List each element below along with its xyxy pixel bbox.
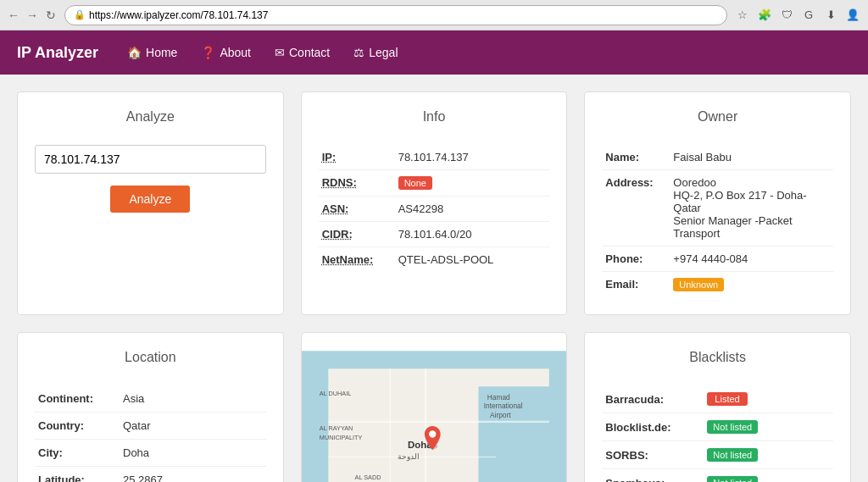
ip-label: IP:: [319, 145, 395, 170]
sorbs-badge: Not listed: [707, 448, 758, 462]
browser-nav-controls[interactable]: ← → ↻: [7, 8, 58, 22]
ip-value: 78.101.74.137: [395, 145, 550, 170]
svg-text:AL SADD: AL SADD: [354, 474, 381, 481]
cidr-label: CIDR:: [319, 222, 395, 247]
home-icon: 🏠: [127, 46, 142, 59]
extensions-icon[interactable]: 🧩: [756, 7, 773, 24]
blacklist-row-blocklist: Blocklist.de: Not listed: [602, 413, 833, 441]
nav-menu: 🏠 Home ❓ About ✉ Contact ⚖ Legal: [115, 39, 409, 66]
name-value: Faisal Babu: [670, 145, 833, 170]
cidr-value: 78.101.64.0/20: [395, 222, 550, 247]
nav-link-home[interactable]: 🏠 Home: [115, 39, 189, 66]
spamhaus-badge: Not listed: [707, 476, 758, 482]
name-label: Name:: [602, 145, 670, 170]
info-title: Info: [319, 109, 550, 131]
info-card: Info IP: 78.101.74.137 RDNS: None ASN: A…: [301, 91, 568, 315]
url-base: https://www.ipalyzer.com/: [89, 9, 203, 21]
nav-label-home: Home: [146, 46, 177, 59]
back-button[interactable]: ←: [7, 8, 20, 22]
blacklist-row-sorbs: SORBS: Not listed: [602, 441, 833, 469]
location-row-continent: Continent: Asia: [35, 385, 266, 413]
latitude-label: Latitude:: [35, 467, 120, 483]
shield-icon[interactable]: 🛡: [778, 7, 795, 24]
nav-label-about: About: [220, 46, 251, 59]
email-value: Unknown: [670, 272, 833, 298]
address-line3: Senior Manager -Packet Transport: [673, 214, 792, 240]
blacklist-row-spamhaus: Spamhaus: Not listed: [602, 469, 833, 483]
email-label: Email:: [602, 272, 670, 298]
phone-label: Phone:: [602, 247, 670, 272]
info-row-asn: ASN: AS42298: [319, 197, 550, 222]
barracuda-label: Barracuda:: [602, 385, 704, 413]
url-path: 78.101.74.137: [203, 9, 269, 21]
owner-title: Owner: [602, 109, 833, 131]
nav-label-contact: Contact: [289, 46, 330, 59]
location-row-city: City: Doha: [35, 440, 266, 467]
netname-label: NetName:: [319, 247, 395, 273]
blocklist-value: Not listed: [704, 413, 833, 441]
browser-toolbar[interactable]: ☆ 🧩 🛡 G ⬇ 👤: [734, 7, 861, 24]
info-row-rdns: RDNS: None: [319, 170, 550, 197]
sorbs-label: SORBS:: [602, 441, 704, 469]
nav-item-contact[interactable]: ✉ Contact: [263, 39, 342, 66]
analyze-input[interactable]: [35, 145, 266, 174]
map-container: Doha الدوحة Hamad International Airport …: [302, 333, 567, 482]
owner-row-phone: Phone: +974 4440-084: [602, 247, 833, 272]
blacklist-row-barracuda: Barracuda: Listed: [602, 385, 833, 413]
forward-button[interactable]: →: [25, 8, 39, 22]
nav-link-legal[interactable]: ⚖ Legal: [342, 39, 409, 66]
owner-row-email: Email: Unknown: [602, 272, 833, 298]
blocklist-badge: Not listed: [707, 420, 758, 434]
nav-item-about[interactable]: ❓ About: [189, 39, 263, 66]
account-icon[interactable]: G: [800, 7, 817, 24]
analyze-title: Analyze: [35, 109, 266, 131]
svg-text:MUNICIPALITY: MUNICIPALITY: [320, 434, 363, 441]
blacklists-table: Barracuda: Listed Blocklist.de: Not list…: [602, 385, 833, 482]
owner-row-name: Name: Faisal Babu: [602, 145, 833, 170]
legal-icon: ⚖: [353, 46, 364, 59]
map-svg: Doha الدوحة Hamad International Airport …: [302, 333, 567, 482]
address-label: Address:: [602, 170, 670, 247]
about-icon: ❓: [201, 46, 215, 59]
contact-icon: ✉: [275, 46, 285, 59]
navbar: IP Analyzer 🏠 Home ❓ About ✉ Contact ⚖ L…: [0, 30, 868, 75]
analyze-button[interactable]: Analyze: [110, 186, 190, 213]
asn-value: AS42298: [395, 197, 550, 222]
svg-text:International: International: [483, 402, 522, 410]
netname-value: QTEL-ADSL-POOL: [395, 247, 550, 273]
lock-icon: 🔒: [74, 9, 86, 20]
continent-value: Asia: [120, 385, 266, 413]
star-icon[interactable]: ☆: [734, 7, 751, 24]
svg-text:الدوحة: الدوحة: [397, 452, 419, 462]
svg-text:AL DUHAIL: AL DUHAIL: [320, 390, 351, 397]
reload-button[interactable]: ↻: [44, 8, 58, 22]
browser-chrome: ← → ↻ 🔒 https://www.ipalyzer.com/78.101.…: [0, 0, 868, 30]
url-text: https://www.ipalyzer.com/78.101.74.137: [89, 9, 268, 21]
nav-link-contact[interactable]: ✉ Contact: [263, 39, 342, 66]
spamhaus-label: Spamhaus:: [602, 469, 704, 483]
address-bar[interactable]: 🔒 https://www.ipalyzer.com/78.101.74.137: [64, 5, 727, 25]
latitude-value: 25.2867: [120, 467, 266, 483]
nav-item-legal[interactable]: ⚖ Legal: [342, 39, 409, 66]
download-icon[interactable]: ⬇: [822, 7, 839, 24]
main-content: Analyze Analyze Info IP: 78.101.74.137 R…: [0, 75, 868, 482]
barracuda-badge: Listed: [707, 392, 747, 406]
profile-icon[interactable]: 👤: [844, 7, 861, 24]
blacklists-title: Blacklists: [602, 350, 833, 372]
nav-item-home[interactable]: 🏠 Home: [115, 39, 189, 66]
country-label: Country:: [35, 413, 120, 440]
phone-value: +974 4440-084: [670, 247, 833, 272]
owner-card: Owner Name: Faisal Babu Address: Ooredoo…: [584, 91, 851, 315]
address-line1: Ooredoo: [673, 176, 716, 189]
location-title: Location: [35, 350, 266, 372]
owner-table: Name: Faisal Babu Address: Ooredoo HQ-2,…: [602, 145, 833, 297]
location-row-latitude: Latitude: 25.2867: [35, 467, 266, 483]
location-card: Location Continent: Asia Country: Qatar …: [17, 332, 284, 482]
info-row-cidr: CIDR: 78.101.64.0/20: [319, 222, 550, 247]
blocklist-label: Blocklist.de:: [602, 413, 704, 441]
svg-text:Hamad: Hamad: [487, 393, 510, 402]
nav-link-about[interactable]: ❓ About: [189, 39, 263, 66]
svg-text:AL RAYYAN: AL RAYYAN: [320, 424, 353, 432]
country-value: Qatar: [120, 413, 266, 440]
info-row-netname: NetName: QTEL-ADSL-POOL: [319, 247, 550, 273]
